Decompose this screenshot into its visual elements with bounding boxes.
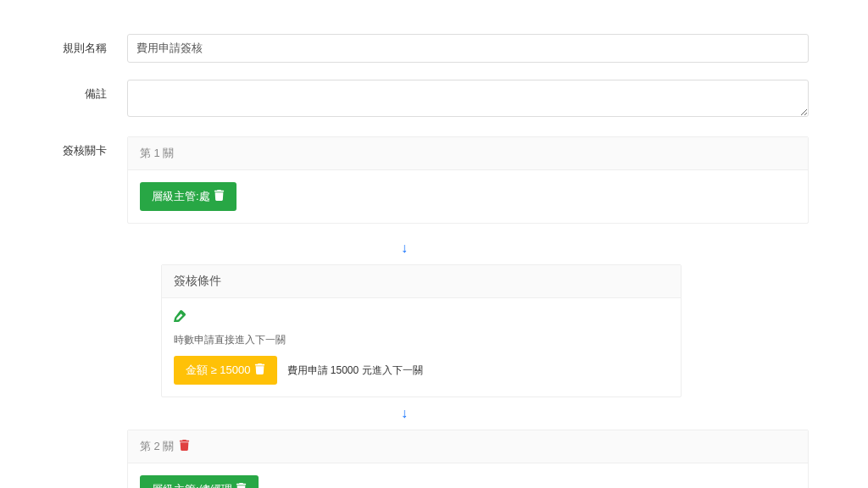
label-remark: 備註 <box>0 80 127 102</box>
row-rule-name: 規則名稱 <box>0 34 809 63</box>
remark-textarea[interactable] <box>127 80 809 117</box>
level-2-card: 第 2 關 層級主管:總經理 <box>127 430 809 488</box>
level-2-approver-button[interactable]: 層級主管:總經理 <box>140 475 259 488</box>
level-1-approver-label: 層級主管:處 <box>152 189 210 204</box>
level-1-card: 第 1 關 層級主管:處 <box>127 136 809 224</box>
level-2-header: 第 2 關 <box>128 430 808 463</box>
trash-icon <box>214 190 225 203</box>
trash-icon[interactable] <box>179 440 190 453</box>
condition-amount-button[interactable]: 金額 ≥ 15000 <box>174 356 277 385</box>
label-approval-levels: 簽核關卡 <box>0 136 127 158</box>
condition-amount-label: 金額 ≥ 15000 <box>186 363 251 378</box>
row-remark: 備註 <box>0 80 809 119</box>
condition-title: 簽核條件 <box>174 274 221 289</box>
level-1-title: 第 1 關 <box>140 146 174 161</box>
trash-icon <box>236 483 247 488</box>
arrow-down-icon: ↓ <box>0 406 809 421</box>
arrow-down-icon: ↓ <box>0 241 809 256</box>
rule-name-input[interactable] <box>127 34 809 63</box>
level-2-title: 第 2 關 <box>140 439 174 454</box>
level-2-approver-label: 層級主管:總經理 <box>152 482 232 488</box>
label-rule-name: 規則名稱 <box>0 34 127 56</box>
trash-icon <box>254 363 265 377</box>
pencil-icon[interactable] <box>174 310 186 324</box>
level-1-approver-button[interactable]: 層級主管:處 <box>140 182 236 211</box>
level-1-header: 第 1 關 <box>128 137 808 170</box>
condition-description: 費用申請 15000 元進入下一關 <box>287 363 423 378</box>
condition-card: 簽核條件 時數申請直接進入下一關 金額 ≥ 15000 費用申請 15000 元… <box>161 264 682 397</box>
row-approval-levels: 簽核關卡 第 1 關 層級主管:處 <box>0 136 809 224</box>
condition-header: 簽核條件 <box>162 265 681 298</box>
condition-note: 時數申請直接進入下一關 <box>174 333 669 347</box>
